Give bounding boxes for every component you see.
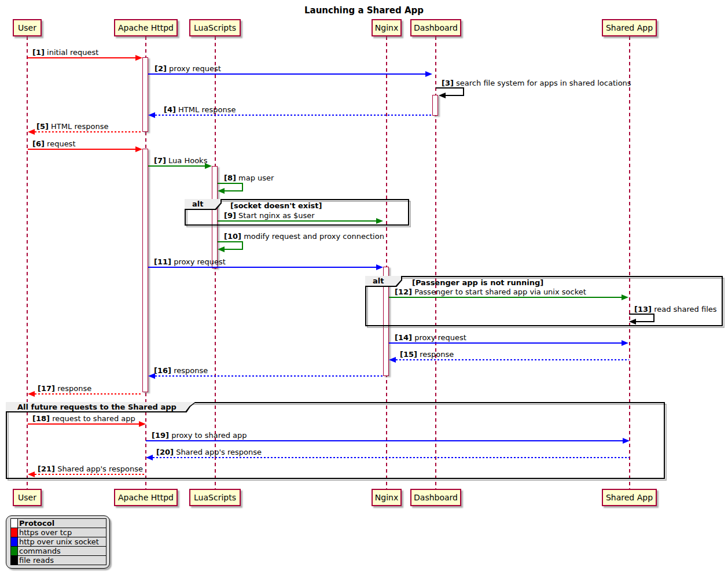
participant-nginx-top: Nginx (372, 19, 402, 36)
arrowhead (135, 146, 142, 152)
participant-luascripts-top: LuaScripts (189, 19, 241, 36)
arrowhead (425, 71, 432, 77)
arrow-line (28, 57, 135, 58)
arrow-line (148, 73, 425, 75)
legend-label: https over tcp (18, 528, 106, 537)
activation-dashboard (432, 95, 438, 116)
arrowhead (629, 319, 636, 325)
self-arrow-top (436, 87, 464, 89)
alt-label: alt (185, 199, 220, 209)
self-arrow-top (218, 183, 243, 184)
arrowhead (622, 340, 628, 346)
sequence-diagram: Launching a Shared App [1] initial reque… (0, 0, 728, 575)
alt-frame-2: alt [Passenger app is not running] (365, 276, 723, 326)
arrowhead (28, 129, 35, 135)
legend-table: Protocol https over tcp http over unix s… (10, 518, 106, 565)
arrow-line (218, 220, 376, 222)
activation-apache-1 (142, 57, 148, 132)
arrow-line (146, 440, 623, 441)
arrowhead (146, 455, 153, 460)
diagram-title: Launching a Shared App (0, 5, 728, 16)
self-arrow-side (463, 87, 464, 95)
legend: Protocol https over tcp http over unix s… (6, 515, 110, 569)
self-arrow-side (653, 314, 655, 322)
arrow-line (153, 457, 630, 458)
arrow-line (35, 393, 142, 395)
activation-apache-2 (142, 149, 148, 392)
legend-swatch-green (11, 547, 18, 556)
legend-label: commands (18, 547, 106, 556)
self-arrow-side (242, 183, 243, 191)
arrow-line (396, 359, 629, 360)
participant-dashboard-top: Dashboard (410, 19, 461, 36)
arrowhead (148, 112, 155, 118)
participant-nginx-bottom: Nginx (372, 489, 402, 506)
legend-title: Protocol (18, 519, 106, 528)
participant-user-top: User (13, 19, 42, 36)
arrowhead (218, 246, 225, 252)
participant-user-bottom: User (13, 489, 42, 506)
arrow-line (155, 115, 432, 116)
arrowhead (389, 357, 396, 363)
arrow-line (35, 131, 142, 132)
arrowhead (218, 188, 225, 194)
participant-shared-app-bottom: Shared App (602, 489, 657, 506)
arrowhead (376, 264, 383, 270)
arrowhead (622, 294, 628, 300)
arrowhead (623, 438, 630, 444)
legend-header-row: Protocol (11, 519, 106, 528)
arrow-line (35, 474, 146, 475)
arrowhead (139, 421, 146, 427)
arrow-line (28, 423, 139, 425)
participant-dashboard-bottom: Dashboard (410, 489, 461, 506)
arrowhead (135, 55, 142, 61)
legend-row: http over unix socket (11, 537, 106, 547)
participant-shared-app-top: Shared App (602, 19, 657, 36)
self-arrow-top (629, 314, 655, 315)
arrow-line (155, 375, 383, 377)
arrow-line (148, 165, 205, 167)
alt-condition: [socket doesn't exist] (230, 201, 322, 210)
legend-header-swatch (11, 519, 18, 528)
arrowhead (205, 163, 212, 169)
self-arrow-bottom (446, 95, 464, 96)
arrow-line (389, 297, 622, 298)
legend-row: file reads (11, 556, 106, 565)
arrow-line (28, 149, 135, 150)
legend-row: commands (11, 547, 106, 556)
participant-apache-httpd-top: Apache Httpd (114, 19, 178, 36)
self-arrow-bottom (636, 321, 655, 322)
alt-label: alt (365, 276, 401, 286)
arrowhead (376, 218, 383, 224)
arrowhead (28, 391, 35, 397)
legend-swatch-blue (11, 537, 18, 547)
self-arrow-top (218, 241, 243, 242)
alt-condition: [Passenger app is not running] (412, 278, 543, 287)
participant-apache-httpd-bottom: Apache Httpd (114, 489, 178, 506)
arrowhead (28, 471, 35, 477)
self-arrow-side (242, 241, 243, 249)
participant-luascripts-bottom: LuaScripts (189, 489, 241, 506)
arrowhead (148, 373, 155, 379)
self-arrow-bottom (225, 190, 243, 191)
legend-swatch-red (11, 528, 18, 537)
group-title: All future requests to the Shared app (6, 402, 195, 411)
legend-swatch-black (11, 556, 18, 565)
self-arrow-bottom (225, 249, 243, 250)
legend-label: file reads (18, 556, 106, 565)
arrowhead (439, 93, 446, 98)
arrow-line (389, 342, 622, 344)
legend-row: https over tcp (11, 528, 106, 537)
legend-label: http over unix socket (18, 537, 106, 547)
arrow-line (148, 267, 376, 268)
